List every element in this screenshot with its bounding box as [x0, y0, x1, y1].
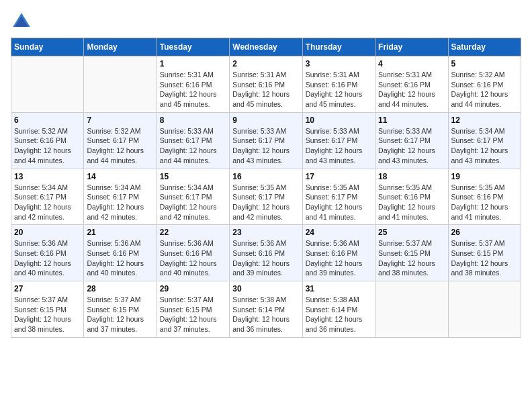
- calendar-cell: 13Sunrise: 5:34 AM Sunset: 6:17 PM Dayli…: [11, 169, 84, 225]
- day-info: Sunrise: 5:34 AM Sunset: 6:17 PM Dayligh…: [160, 183, 226, 222]
- page-header: [11, 11, 521, 32]
- calendar-cell: [375, 281, 448, 338]
- day-number: 8: [160, 116, 226, 125]
- day-info: Sunrise: 5:31 AM Sunset: 6:16 PM Dayligh…: [232, 70, 299, 109]
- calendar-cell: 8Sunrise: 5:33 AM Sunset: 6:17 PM Daylig…: [157, 112, 229, 169]
- day-number: 23: [232, 228, 299, 237]
- calendar-cell: 16Sunrise: 5:35 AM Sunset: 6:17 PM Dayli…: [230, 169, 302, 225]
- day-number: 22: [160, 228, 226, 237]
- day-number: 11: [378, 116, 445, 125]
- day-info: Sunrise: 5:34 AM Sunset: 6:17 PM Dayligh…: [87, 183, 153, 222]
- day-info: Sunrise: 5:33 AM Sunset: 6:17 PM Dayligh…: [306, 126, 372, 166]
- day-number: 12: [451, 116, 518, 125]
- day-number: 31: [306, 284, 372, 293]
- calendar-cell: 19Sunrise: 5:35 AM Sunset: 6:16 PM Dayli…: [448, 169, 521, 225]
- calendar-cell: 28Sunrise: 5:37 AM Sunset: 6:15 PM Dayli…: [84, 281, 157, 338]
- calendar-cell: 12Sunrise: 5:34 AM Sunset: 6:17 PM Dayli…: [448, 112, 521, 169]
- calendar-week-row: 6Sunrise: 5:32 AM Sunset: 6:16 PM Daylig…: [11, 112, 521, 169]
- calendar-cell: 6Sunrise: 5:32 AM Sunset: 6:16 PM Daylig…: [11, 112, 84, 169]
- calendar-cell: 21Sunrise: 5:36 AM Sunset: 6:16 PM Dayli…: [84, 225, 157, 281]
- day-number: 26: [451, 228, 518, 237]
- day-number: 7: [87, 116, 153, 125]
- day-of-week-header: Wednesday: [230, 38, 302, 56]
- day-of-week-header: Friday: [375, 38, 448, 56]
- day-info: Sunrise: 5:38 AM Sunset: 6:14 PM Dayligh…: [306, 295, 372, 334]
- day-info: Sunrise: 5:38 AM Sunset: 6:14 PM Dayligh…: [232, 295, 299, 334]
- day-info: Sunrise: 5:33 AM Sunset: 6:17 PM Dayligh…: [378, 126, 445, 166]
- day-number: 13: [14, 172, 81, 181]
- day-number: 6: [14, 116, 81, 125]
- calendar-cell: 5Sunrise: 5:32 AM Sunset: 6:16 PM Daylig…: [448, 56, 521, 113]
- calendar-cell: 31Sunrise: 5:38 AM Sunset: 6:14 PM Dayli…: [302, 281, 375, 338]
- calendar-cell: 26Sunrise: 5:37 AM Sunset: 6:15 PM Dayli…: [448, 225, 521, 281]
- day-of-week-header: Thursday: [302, 38, 375, 56]
- logo: [11, 11, 35, 32]
- day-info: Sunrise: 5:37 AM Sunset: 6:15 PM Dayligh…: [87, 295, 153, 334]
- calendar-cell: 30Sunrise: 5:38 AM Sunset: 6:14 PM Dayli…: [230, 281, 302, 338]
- calendar-cell: 11Sunrise: 5:33 AM Sunset: 6:17 PM Dayli…: [375, 112, 448, 169]
- day-number: 9: [232, 116, 299, 125]
- day-info: Sunrise: 5:31 AM Sunset: 6:16 PM Dayligh…: [378, 70, 445, 109]
- day-info: Sunrise: 5:37 AM Sunset: 6:15 PM Dayligh…: [160, 295, 226, 334]
- calendar-cell: 20Sunrise: 5:36 AM Sunset: 6:16 PM Dayli…: [11, 225, 84, 281]
- calendar-cell: 7Sunrise: 5:32 AM Sunset: 6:17 PM Daylig…: [84, 112, 157, 169]
- calendar-week-row: 20Sunrise: 5:36 AM Sunset: 6:16 PM Dayli…: [11, 225, 521, 281]
- calendar-cell: 24Sunrise: 5:36 AM Sunset: 6:16 PM Dayli…: [302, 225, 375, 281]
- calendar-cell: 29Sunrise: 5:37 AM Sunset: 6:15 PM Dayli…: [157, 281, 229, 338]
- day-info: Sunrise: 5:31 AM Sunset: 6:16 PM Dayligh…: [306, 70, 372, 109]
- day-of-week-header: Saturday: [448, 38, 521, 56]
- day-info: Sunrise: 5:36 AM Sunset: 6:16 PM Dayligh…: [306, 238, 372, 278]
- calendar-cell: 23Sunrise: 5:36 AM Sunset: 6:16 PM Dayli…: [230, 225, 302, 281]
- day-number: 14: [87, 172, 153, 181]
- day-info: Sunrise: 5:32 AM Sunset: 6:17 PM Dayligh…: [87, 126, 153, 166]
- day-info: Sunrise: 5:36 AM Sunset: 6:16 PM Dayligh…: [87, 238, 153, 278]
- calendar-cell: 22Sunrise: 5:36 AM Sunset: 6:16 PM Dayli…: [157, 225, 229, 281]
- day-number: 29: [160, 284, 226, 293]
- day-number: 25: [378, 228, 445, 237]
- day-number: 17: [306, 172, 372, 181]
- calendar-cell: 14Sunrise: 5:34 AM Sunset: 6:17 PM Dayli…: [84, 169, 157, 225]
- day-info: Sunrise: 5:37 AM Sunset: 6:15 PM Dayligh…: [14, 295, 81, 334]
- day-number: 24: [306, 228, 372, 237]
- calendar-cell: 1Sunrise: 5:31 AM Sunset: 6:16 PM Daylig…: [157, 56, 229, 113]
- day-info: Sunrise: 5:35 AM Sunset: 6:17 PM Dayligh…: [306, 183, 372, 222]
- day-info: Sunrise: 5:36 AM Sunset: 6:16 PM Dayligh…: [14, 238, 81, 278]
- calendar-cell: [448, 281, 521, 338]
- day-info: Sunrise: 5:36 AM Sunset: 6:16 PM Dayligh…: [232, 238, 299, 278]
- day-number: 16: [232, 172, 299, 181]
- day-info: Sunrise: 5:32 AM Sunset: 6:16 PM Dayligh…: [451, 70, 518, 109]
- day-number: 20: [14, 228, 81, 237]
- calendar-table: SundayMondayTuesdayWednesdayThursdayFrid…: [11, 38, 521, 338]
- day-number: 2: [232, 59, 299, 68]
- calendar-cell: 27Sunrise: 5:37 AM Sunset: 6:15 PM Dayli…: [11, 281, 84, 338]
- day-of-week-header: Tuesday: [157, 38, 229, 56]
- calendar-cell: 25Sunrise: 5:37 AM Sunset: 6:15 PM Dayli…: [375, 225, 448, 281]
- day-number: 10: [306, 116, 372, 125]
- day-info: Sunrise: 5:35 AM Sunset: 6:16 PM Dayligh…: [451, 183, 518, 222]
- logo-icon: [11, 11, 32, 32]
- day-info: Sunrise: 5:37 AM Sunset: 6:15 PM Dayligh…: [451, 238, 518, 278]
- day-info: Sunrise: 5:34 AM Sunset: 6:17 PM Dayligh…: [14, 183, 81, 222]
- calendar-cell: 3Sunrise: 5:31 AM Sunset: 6:16 PM Daylig…: [302, 56, 375, 113]
- calendar-cell: [84, 56, 157, 113]
- day-number: 21: [87, 228, 153, 237]
- day-info: Sunrise: 5:34 AM Sunset: 6:17 PM Dayligh…: [451, 126, 518, 166]
- day-number: 30: [232, 284, 299, 293]
- day-number: 28: [87, 284, 153, 293]
- day-of-week-header: Sunday: [11, 38, 84, 56]
- day-info: Sunrise: 5:31 AM Sunset: 6:16 PM Dayligh…: [160, 70, 226, 109]
- day-number: 1: [160, 59, 226, 68]
- calendar-week-row: 13Sunrise: 5:34 AM Sunset: 6:17 PM Dayli…: [11, 169, 521, 225]
- calendar-cell: 10Sunrise: 5:33 AM Sunset: 6:17 PM Dayli…: [302, 112, 375, 169]
- day-number: 27: [14, 284, 81, 293]
- calendar-header-row: SundayMondayTuesdayWednesdayThursdayFrid…: [11, 38, 521, 56]
- day-info: Sunrise: 5:33 AM Sunset: 6:17 PM Dayligh…: [160, 126, 226, 166]
- day-number: 3: [306, 59, 372, 68]
- day-of-week-header: Monday: [84, 38, 157, 56]
- calendar-week-row: 27Sunrise: 5:37 AM Sunset: 6:15 PM Dayli…: [11, 281, 521, 338]
- calendar-week-row: 1Sunrise: 5:31 AM Sunset: 6:16 PM Daylig…: [11, 56, 521, 113]
- day-number: 18: [378, 172, 445, 181]
- calendar-cell: 17Sunrise: 5:35 AM Sunset: 6:17 PM Dayli…: [302, 169, 375, 225]
- calendar-cell: 2Sunrise: 5:31 AM Sunset: 6:16 PM Daylig…: [230, 56, 302, 113]
- calendar-cell: 9Sunrise: 5:33 AM Sunset: 6:17 PM Daylig…: [230, 112, 302, 169]
